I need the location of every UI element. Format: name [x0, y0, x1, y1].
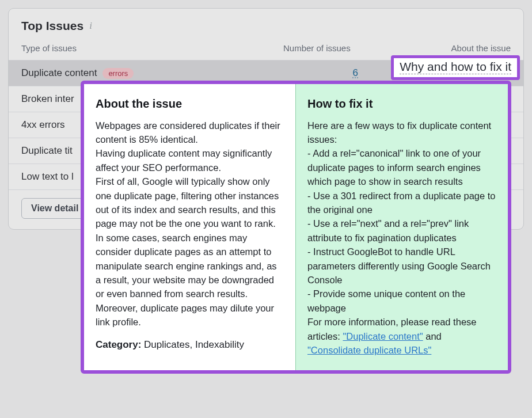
view-details-button[interactable]: View detail: [21, 198, 88, 219]
about-issue-heading: About the issue: [96, 96, 284, 113]
issue-count[interactable]: 6: [353, 67, 358, 78]
category-row: Category: Duplicates, Indexability: [96, 337, 284, 352]
col-header-type: Type of issues: [21, 43, 283, 53]
category-label: Category:: [96, 339, 141, 350]
issue-name: 4xx errors: [21, 119, 65, 131]
issue-name: Low text to l: [21, 171, 74, 183]
col-header-number: Number of issues: [283, 43, 375, 53]
how-to-fix-item: - Instruct GoogleBot to handle URL param…: [307, 245, 496, 287]
how-to-fix-heading: How to fix it: [307, 96, 496, 113]
how-to-fix-more: For more information, please read these …: [307, 315, 496, 357]
issue-name: Duplicate tit: [21, 145, 73, 157]
how-to-fix-list: - Add a rel="canonical" link to one of y…: [307, 146, 496, 315]
more-info-mid: and: [423, 331, 442, 341]
how-to-fix-intro: Here are a few ways to fix duplicate con…: [307, 119, 496, 147]
consolidate-urls-link[interactable]: "Consolidate duplicate URLs": [307, 345, 431, 355]
why-fix-highlight: Why and how to fix it: [391, 55, 520, 80]
how-to-fix-column: How to fix it Here are a few ways to fix…: [296, 84, 508, 370]
how-to-fix-item: - Use a rel="next" and a rel="prev" link…: [307, 216, 496, 245]
col-header-about: About the issue: [375, 43, 511, 53]
duplicate-content-link[interactable]: "Duplicate content": [343, 331, 423, 341]
how-to-fix-item: - Provide some unique content on the web…: [307, 287, 496, 315]
how-to-fix-item: - Add a rel="canonical" link to one of y…: [307, 146, 496, 188]
panel-header: Top Issues i: [9, 9, 523, 40]
issue-name: Broken inter: [21, 93, 74, 105]
info-icon[interactable]: i: [89, 21, 92, 31]
about-issue-body: Webpages are considered duplicates if th…: [96, 119, 284, 329]
how-to-fix-item: - Use a 301 redirect from a duplicate pa…: [307, 189, 496, 217]
category-value: Duplicates, Indexability: [144, 339, 244, 350]
issue-name: Duplicate content: [21, 67, 97, 79]
error-badge: errors: [102, 68, 134, 79]
why-and-how-fix-link[interactable]: Why and how to fix it: [400, 60, 511, 74]
page-title: Top Issues: [21, 19, 83, 33]
about-issue-column: About the issue Webpages are considered …: [84, 84, 296, 370]
issue-detail-popup: About the issue Webpages are considered …: [81, 81, 511, 374]
